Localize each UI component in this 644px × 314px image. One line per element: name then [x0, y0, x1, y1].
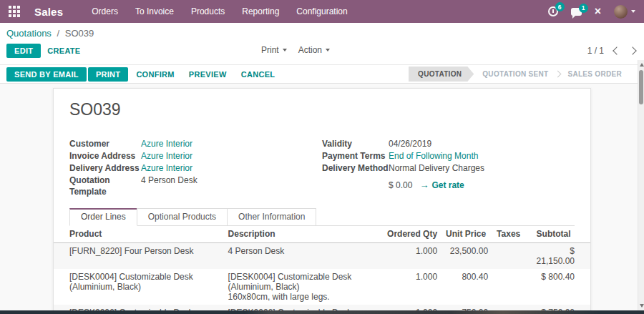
- action-dropdown-label: Action: [298, 45, 322, 55]
- sales-app-window: Sales Orders To Invoice Products Reporti…: [0, 0, 644, 314]
- top-navbar: Sales Orders To Invoice Products Reporti…: [0, 0, 644, 23]
- description-line1: 4 Person Desk: [228, 246, 285, 256]
- create-button[interactable]: CREATE: [41, 44, 87, 58]
- status-step-sales-order[interactable]: SALES ORDER: [559, 67, 630, 82]
- delivery-address-value[interactable]: Azure Interior: [141, 162, 192, 174]
- header-ordered-qty[interactable]: Ordered Qty: [383, 226, 441, 243]
- notebook-tabs: Order Lines Optional Products Other Info…: [69, 208, 575, 226]
- left-field-group: Customer Azure Interior Invoice Address …: [69, 138, 322, 198]
- customer-label: Customer: [69, 138, 141, 149]
- cancel-button[interactable]: CANCEL: [235, 67, 282, 82]
- scrollbar-thumb[interactable]: [639, 70, 643, 104]
- menu-reporting[interactable]: Reporting: [233, 0, 288, 23]
- menu-orders[interactable]: Orders: [83, 0, 127, 23]
- cell-subtotal: $ 800.40: [532, 269, 590, 305]
- header-subtotal[interactable]: Subtotal: [532, 226, 590, 243]
- print-dropdown-label: Print: [261, 45, 279, 55]
- pager-counter: 1 / 1: [587, 46, 604, 56]
- pager-next-button[interactable]: [628, 46, 636, 54]
- action-dropdown[interactable]: Action: [298, 45, 330, 55]
- scroll-down-arrow-icon[interactable]: [640, 304, 644, 308]
- delivery-method-value: Normal Delivery Charges: [389, 162, 484, 174]
- pager-previous-button[interactable]: [613, 46, 620, 54]
- delivery-address-label: Delivery Address: [69, 162, 141, 174]
- edit-button[interactable]: EDIT: [6, 44, 41, 58]
- messages-button[interactable]: 1: [571, 8, 582, 16]
- invoice-address-value[interactable]: Azure Interior: [141, 150, 192, 162]
- control-panel: Quotations / SO039 EDIT CREATE Print Act…: [0, 23, 644, 64]
- chevron-down-icon: [631, 10, 635, 13]
- cell-product: [FURN_8220] Four Person Desk: [54, 243, 224, 270]
- cell-product: [DESK0004] Customizable Desk (Aluminium,…: [54, 269, 224, 305]
- order-lines-table: Product Description Ordered Qty Unit Pri…: [54, 226, 590, 314]
- tools-x-icon[interactable]: ×: [595, 6, 601, 17]
- cell-unit-price: 800.40: [441, 269, 492, 305]
- activities-button[interactable]: 6: [548, 6, 558, 16]
- app-name[interactable]: Sales: [34, 6, 63, 18]
- table-row[interactable]: [FURN_8220] Four Person Desk 4 Person De…: [54, 243, 590, 270]
- taskbar-edge: [0, 310, 644, 314]
- header-description[interactable]: Description: [224, 226, 383, 243]
- payment-terms-label: Payment Terms: [322, 150, 389, 162]
- description-line2: 160x80cm, with large legs.: [228, 292, 379, 302]
- payment-terms-value[interactable]: End of Following Month: [389, 150, 478, 162]
- status-step-quotation[interactable]: QUOTATION: [409, 67, 474, 82]
- right-field-group: Validity 04/26/2019 Payment Terms End of…: [322, 138, 575, 198]
- cell-description: [DESK0004] Customizable Desk (Aluminium,…: [224, 269, 383, 305]
- right-arrow-icon: [419, 180, 429, 190]
- breadcrumb-current: SO039: [65, 28, 94, 39]
- confirm-button[interactable]: CONFIRM: [130, 67, 180, 82]
- header-unit-price[interactable]: Unit Price: [441, 226, 492, 243]
- header-taxes[interactable]: Taxes: [492, 226, 532, 243]
- send-by-email-button[interactable]: SEND BY EMAIL: [6, 67, 87, 82]
- user-avatar: [614, 5, 628, 19]
- tab-optional-products[interactable]: Optional Products: [137, 208, 228, 225]
- cell-taxes: [492, 243, 532, 270]
- breadcrumb-separator: /: [54, 28, 63, 39]
- menu-configuration[interactable]: Configuration: [288, 0, 356, 23]
- get-rate-label: Get rate: [431, 180, 464, 190]
- preview-button[interactable]: PREVIEW: [182, 67, 233, 82]
- cell-unit-price: 23,500.00: [441, 243, 492, 270]
- customer-value[interactable]: Azure Interior: [141, 138, 192, 149]
- cell-subtotal: $ 21,150.00: [532, 243, 590, 270]
- activity-count-badge: 6: [555, 2, 565, 11]
- quotation-template-label: Quotation Template: [69, 175, 141, 197]
- status-steps: QUOTATION QUOTATION SENT SALES ORDER: [409, 67, 630, 82]
- cell-qty: 1.000: [383, 243, 441, 270]
- document-sheet: SO039 Customer Azure Interior Invoice Ad…: [53, 88, 591, 314]
- table-row[interactable]: [DESK0004] Customizable Desk (Aluminium,…: [54, 269, 590, 305]
- user-menu[interactable]: [614, 5, 635, 19]
- table-header-row: Product Description Ordered Qty Unit Pri…: [54, 226, 590, 243]
- statusbar: SEND BY EMAIL PRINT CONFIRM PREVIEW CANC…: [0, 64, 644, 84]
- cell-taxes: [492, 269, 532, 305]
- apps-menu-icon[interactable]: [9, 6, 20, 17]
- vertical-scrollbar[interactable]: [638, 60, 644, 310]
- breadcrumb: Quotations / SO039: [0, 23, 644, 40]
- print-button[interactable]: PRINT: [88, 67, 129, 82]
- menu-to-invoice[interactable]: To Invoice: [127, 0, 182, 23]
- form-view: SO039 Customer Azure Interior Invoice Ad…: [0, 84, 644, 314]
- description-line1: [DESK0004] Customizable Desk (Aluminium,…: [228, 272, 352, 292]
- chevron-down-icon: [326, 49, 330, 51]
- cell-description: 4 Person Desk: [224, 243, 383, 270]
- validity-label: Validity: [322, 138, 389, 149]
- tab-other-information[interactable]: Other Information: [227, 208, 316, 225]
- validity-value: 04/26/2019: [389, 138, 431, 149]
- tab-order-lines[interactable]: Order Lines: [69, 208, 137, 226]
- menu-products[interactable]: Products: [182, 0, 233, 23]
- scroll-up-arrow-icon[interactable]: [640, 63, 644, 67]
- delivery-method-label: Delivery Method: [322, 162, 389, 174]
- breadcrumb-quotations[interactable]: Quotations: [6, 28, 52, 39]
- get-rate-button[interactable]: Get rate: [419, 180, 464, 190]
- page-title: SO039: [69, 100, 575, 119]
- status-step-quotation-sent[interactable]: QUOTATION SENT: [474, 67, 557, 82]
- top-menu: Orders To Invoice Products Reporting Con…: [83, 0, 356, 23]
- quotation-template-value: 4 Person Desk: [141, 175, 197, 197]
- print-dropdown[interactable]: Print: [261, 45, 287, 55]
- cell-qty: 1.000: [383, 269, 441, 305]
- message-count-badge: 1: [579, 4, 588, 13]
- header-product[interactable]: Product: [54, 226, 224, 243]
- shipping-amount: $ 0.00: [389, 180, 412, 190]
- chevron-down-icon: [283, 49, 287, 51]
